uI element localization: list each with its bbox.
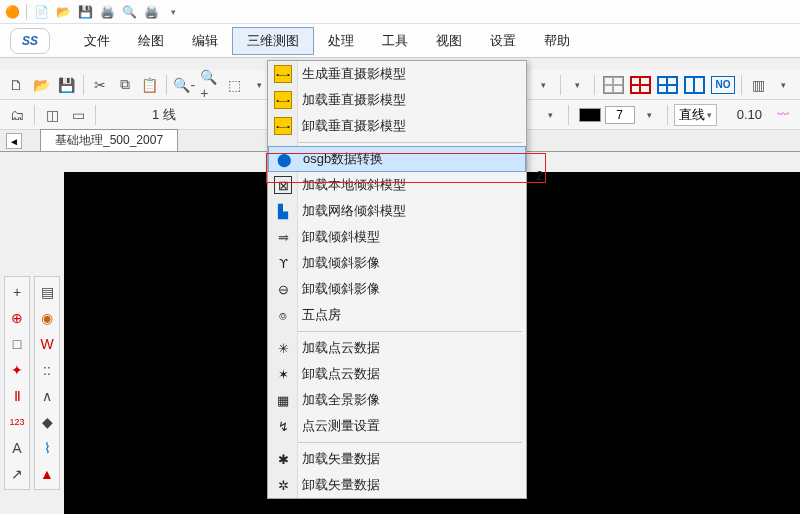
layout1-icon[interactable] (603, 76, 624, 94)
mi-pointcloud-settings[interactable]: ↯点云测量设置 (268, 413, 526, 439)
layout-no-icon[interactable]: NO (711, 76, 736, 94)
tb-more3-icon[interactable]: ▾ (540, 104, 562, 126)
bus-icon: •—• (274, 117, 292, 135)
mi-load-net-oblique[interactable]: ▙加载网络倾斜模型 (268, 198, 526, 224)
mi-label: 加载垂直摄影模型 (302, 91, 406, 109)
wave-icon[interactable]: 〰 (772, 108, 794, 122)
tb-zoom-win-icon[interactable]: ⬚ (224, 74, 245, 96)
pal-arrow-icon[interactable]: ↗ (8, 465, 26, 483)
vec-load-icon: ✱ (274, 450, 292, 468)
tb-more-icon[interactable]: ▾ (567, 74, 588, 96)
layout4-icon[interactable] (684, 76, 705, 94)
menu-view[interactable]: 视图 (422, 28, 476, 54)
mi-load-oblique-image[interactable]: ϒ加载倾斜影像 (268, 250, 526, 276)
tb-zoom-out-icon[interactable]: 🔍- (173, 74, 195, 96)
mi-label: 加载本地倾斜模型 (302, 176, 406, 194)
mi-load-local-oblique[interactable]: ⊠加载本地倾斜模型 (268, 172, 526, 198)
mi-osgb-convert[interactable]: ⬤osgb数据转换 (268, 146, 526, 172)
linewidth-value: 0.10 (731, 107, 768, 122)
tb-popup-icon[interactable]: ▭ (67, 104, 89, 126)
tb-paste-icon[interactable]: 📋 (139, 74, 160, 96)
pal-dim-icon[interactable]: Ⅱ (8, 387, 26, 405)
tb-cut-icon[interactable]: ✂ (90, 74, 111, 96)
menu-tools[interactable]: 工具 (368, 28, 422, 54)
annotation-label: 2 (536, 168, 543, 183)
tb-more2-icon[interactable]: ▾ (773, 74, 794, 96)
mi-label: 五点房 (302, 306, 341, 324)
mi-unload-vertical-model[interactable]: •—•卸载垂直摄影模型 (268, 113, 526, 139)
tab-active[interactable]: 基础地理_500_2007 (40, 129, 178, 151)
menu-separator (298, 442, 522, 443)
open-icon[interactable]: 📂 (55, 4, 71, 20)
pal-w-icon[interactable]: W (38, 335, 56, 353)
pal-list-icon[interactable]: ▤ (38, 283, 56, 301)
bus-icon: •—• (274, 65, 292, 83)
linestyle-dropdown[interactable]: 直线▾ (674, 104, 717, 126)
print-all-icon[interactable]: 🖨️ (99, 4, 115, 20)
mi-label: 加载全景影像 (302, 391, 380, 409)
menu-separator (298, 142, 522, 143)
menu-help[interactable]: 帮助 (530, 28, 584, 54)
pal-dots-icon[interactable]: :: (38, 361, 56, 379)
pal-diamond-icon[interactable]: ◆ (38, 413, 56, 431)
tb-new-icon[interactable]: 🗋 (6, 74, 27, 96)
pc-load-icon: ✳ (274, 339, 292, 357)
pal-star-icon[interactable]: ✦ (8, 361, 26, 379)
pal-target-icon[interactable]: ◉ (38, 309, 56, 327)
pal-peak-icon[interactable]: ∧ (38, 387, 56, 405)
tb-open-icon[interactable]: 📂 (31, 74, 52, 96)
layout2-icon[interactable] (630, 76, 651, 94)
tb-dropdown2-icon[interactable]: ▾ (533, 74, 554, 96)
mi-load-pointcloud[interactable]: ✳加载点云数据 (268, 335, 526, 361)
mi-load-vector[interactable]: ✱加载矢量数据 (268, 446, 526, 472)
pal-circleplus-icon[interactable]: ⊕ (8, 309, 26, 327)
save-icon[interactable]: 💾 (77, 4, 93, 20)
tb-toggle-icon[interactable]: ▥ (748, 74, 769, 96)
mi-load-vertical-model[interactable]: •—•加载垂直摄影模型 (268, 87, 526, 113)
mi-unload-oblique-image[interactable]: ⊖卸载倾斜影像 (268, 276, 526, 302)
mi-unload-pointcloud[interactable]: ✶卸载点云数据 (268, 361, 526, 387)
menu-settings[interactable]: 设置 (476, 28, 530, 54)
menu-process[interactable]: 处理 (314, 28, 368, 54)
pal-text-icon[interactable]: A (8, 439, 26, 457)
pal-rect-icon[interactable]: □ (8, 335, 26, 353)
color-swatch[interactable] (579, 108, 601, 122)
tb-entities-icon[interactable]: ◫ (41, 104, 63, 126)
new-icon[interactable]: 📄 (33, 4, 49, 20)
tb-copy-icon[interactable]: ⧉ (115, 74, 136, 96)
mi-five-point-house[interactable]: ⌾五点房 (268, 302, 526, 328)
unload-icon: ⥤ (274, 228, 292, 246)
print-icon[interactable]: 🖨️ (143, 4, 159, 20)
settings-icon: ↯ (274, 417, 292, 435)
size-input[interactable] (605, 106, 635, 124)
mi-label: osgb数据转换 (303, 150, 383, 168)
menu-file[interactable]: 文件 (70, 28, 124, 54)
title-dropdown-icon[interactable]: ▾ (165, 4, 181, 20)
tb-zoom-in-icon[interactable]: 🔍+ (199, 74, 220, 96)
mi-label: 卸载矢量数据 (302, 476, 380, 494)
pal-plus-icon[interactable]: + (8, 283, 26, 301)
layout3-icon[interactable] (657, 76, 678, 94)
pc-unload-icon: ✶ (274, 365, 292, 383)
mi-unload-oblique[interactable]: ⥤卸载倾斜模型 (268, 224, 526, 250)
title-bar: 🟠 📄 📂 💾 🖨️ 🔍 🖨️ ▾ (0, 0, 800, 24)
mi-unload-vector[interactable]: ✲卸载矢量数据 (268, 472, 526, 498)
pano-icon: ▦ (274, 391, 292, 409)
menu-edit[interactable]: 编辑 (178, 28, 232, 54)
pal-num-icon[interactable]: 123 (8, 413, 26, 431)
mi-label: 卸载垂直摄影模型 (302, 117, 406, 135)
mi-gen-vertical-model[interactable]: •—•生成垂直摄影模型 (268, 61, 526, 87)
tb-layers-icon[interactable]: 🗂 (6, 104, 28, 126)
mi-label: 加载网络倾斜模型 (302, 202, 406, 220)
menu-draw[interactable]: 绘图 (124, 28, 178, 54)
menu-3d-survey[interactable]: 三维测图 (232, 27, 314, 55)
preview-icon[interactable]: 🔍 (121, 4, 137, 20)
pal-wave-icon[interactable]: ⌇ (38, 439, 56, 457)
size-dropdown-icon[interactable]: ▾ (639, 104, 661, 126)
palette-draw: + ⊕ □ ✦ Ⅱ 123 A ↗ (4, 276, 30, 490)
tab-scroll-left-icon[interactable]: ◄ (6, 133, 22, 149)
tb-save-icon[interactable]: 💾 (56, 74, 77, 96)
pal-tri-icon[interactable]: ▲ (38, 465, 56, 483)
mi-load-panorama[interactable]: ▦加载全景影像 (268, 387, 526, 413)
box-icon: ⊠ (274, 176, 292, 194)
